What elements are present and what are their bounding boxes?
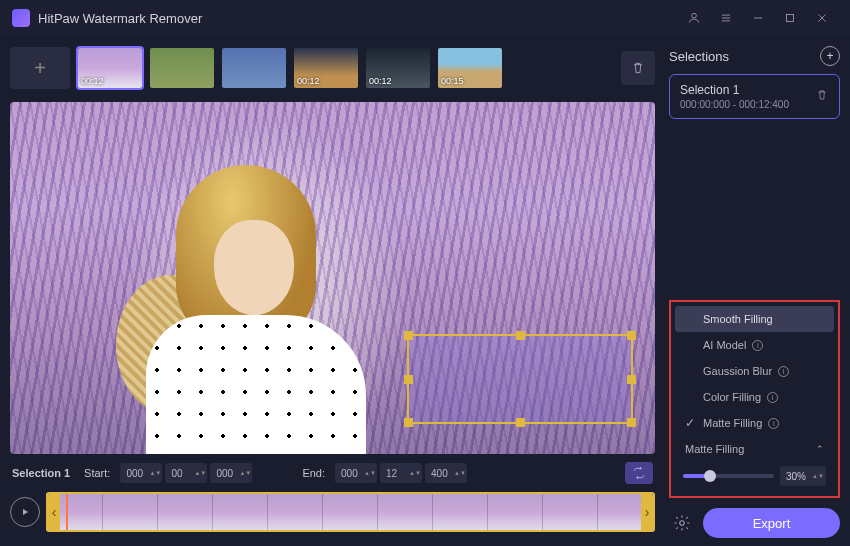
resize-handle[interactable] xyxy=(404,418,413,427)
slider-header[interactable]: Matte Filling ⌃ xyxy=(675,436,834,462)
end-label: End: xyxy=(302,467,325,479)
matte-slider-row: 30% ▲▼ xyxy=(675,462,834,492)
thumbnail-3[interactable] xyxy=(220,46,288,90)
info-icon[interactable]: i xyxy=(752,340,763,351)
slider-thumb[interactable] xyxy=(704,470,716,482)
start-minutes-input[interactable]: 00▲▼ xyxy=(165,463,207,483)
selection-name: Selection 1 xyxy=(12,467,70,479)
end-minutes-input[interactable]: 12▲▼ xyxy=(380,463,422,483)
resize-handle[interactable] xyxy=(404,331,413,340)
timeline-handle-right[interactable]: › xyxy=(641,494,653,530)
start-ms-input[interactable]: 000▲▼ xyxy=(210,463,252,483)
play-button[interactable] xyxy=(10,497,40,527)
selections-title: Selections xyxy=(669,49,729,64)
selection-card-title: Selection 1 xyxy=(680,83,809,97)
thumbnail-2[interactable] xyxy=(148,46,216,90)
timeline[interactable]: ‹ › xyxy=(46,492,655,532)
thumb-time: 00:12 xyxy=(297,76,320,86)
video-preview[interactable] xyxy=(10,102,655,454)
thumb-time: 00:15 xyxy=(441,76,464,86)
account-icon[interactable] xyxy=(678,4,710,32)
thumbnail-1[interactable]: 00:12 xyxy=(76,46,144,90)
thumb-time: 00:12 xyxy=(81,76,104,86)
slider-value: 30% xyxy=(786,471,812,482)
resize-handle[interactable] xyxy=(627,418,636,427)
delete-selection-button[interactable] xyxy=(815,88,829,105)
slider-label: Matte Filling xyxy=(685,443,744,455)
add-selection-button[interactable]: + xyxy=(820,46,840,66)
loop-button[interactable] xyxy=(625,462,653,484)
delete-button[interactable] xyxy=(621,51,655,85)
export-button[interactable]: Export xyxy=(703,508,840,538)
collapse-icon: ⌃ xyxy=(816,444,824,454)
thumb-time: 00:12 xyxy=(369,76,392,86)
selection-card-range: 000:00:000 - 000:12:400 xyxy=(680,99,809,110)
info-icon[interactable]: i xyxy=(768,418,779,429)
app-title: HitPaw Watermark Remover xyxy=(38,11,202,26)
selection-rectangle[interactable] xyxy=(407,334,633,424)
menu-icon[interactable] xyxy=(710,4,742,32)
fill-option-gaussian[interactable]: Gaussion Bluri xyxy=(675,358,834,384)
thumbnail-strip: + 00:12 00:12 00:12 00:15 xyxy=(10,42,655,94)
svg-point-2 xyxy=(680,521,685,526)
titlebar: HitPaw Watermark Remover xyxy=(0,0,850,36)
maximize-button[interactable] xyxy=(774,4,806,32)
svg-rect-1 xyxy=(787,15,794,22)
selection-card[interactable]: Selection 1 000:00:000 - 000:12:400 xyxy=(669,74,840,119)
export-label: Export xyxy=(753,516,791,531)
resize-handle[interactable] xyxy=(627,375,636,384)
resize-handle[interactable] xyxy=(516,331,525,340)
timeline-handle-left[interactable]: ‹ xyxy=(48,494,60,530)
start-label: Start: xyxy=(84,467,110,479)
thumbnail-6[interactable]: 00:15 xyxy=(436,46,504,90)
fill-option-label: AI Model xyxy=(703,339,746,351)
svg-point-0 xyxy=(692,13,697,18)
resize-handle[interactable] xyxy=(516,418,525,427)
timeline-row: ‹ › xyxy=(10,492,655,532)
selections-header: Selections + xyxy=(669,46,840,66)
add-media-button[interactable]: + xyxy=(10,47,70,89)
playhead[interactable] xyxy=(66,492,68,532)
fill-option-smooth[interactable]: Smooth Filling xyxy=(675,306,834,332)
thumbnail-5[interactable]: 00:12 xyxy=(364,46,432,90)
thumbnail-4[interactable]: 00:12 xyxy=(292,46,360,90)
fill-option-ai[interactable]: AI Modeli xyxy=(675,332,834,358)
fill-option-label: Matte Filling xyxy=(703,417,762,429)
fill-option-matte[interactable]: ✓Matte Fillingi xyxy=(675,410,834,436)
settings-button[interactable] xyxy=(669,510,695,536)
time-controls: Selection 1 Start: 000▲▼ 00▲▼ 000▲▼ End:… xyxy=(10,454,655,488)
minimize-button[interactable] xyxy=(742,4,774,32)
resize-handle[interactable] xyxy=(627,331,636,340)
end-hours-input[interactable]: 000▲▼ xyxy=(335,463,377,483)
slider-value-input[interactable]: 30% ▲▼ xyxy=(780,466,826,486)
matte-slider[interactable] xyxy=(683,474,774,478)
fill-option-label: Color Filling xyxy=(703,391,761,403)
fill-option-label: Gaussion Blur xyxy=(703,365,772,377)
fill-option-label: Smooth Filling xyxy=(703,313,773,325)
app-icon xyxy=(12,9,30,27)
close-button[interactable] xyxy=(806,4,838,32)
info-icon[interactable]: i xyxy=(778,366,789,377)
info-icon[interactable]: i xyxy=(767,392,778,403)
end-ms-input[interactable]: 400▲▼ xyxy=(425,463,467,483)
fill-option-color[interactable]: Color Fillingi xyxy=(675,384,834,410)
start-hours-input[interactable]: 000▲▼ xyxy=(120,463,162,483)
fill-mode-panel: Smooth Filling AI Modeli Gaussion Bluri … xyxy=(669,300,840,498)
resize-handle[interactable] xyxy=(404,375,413,384)
